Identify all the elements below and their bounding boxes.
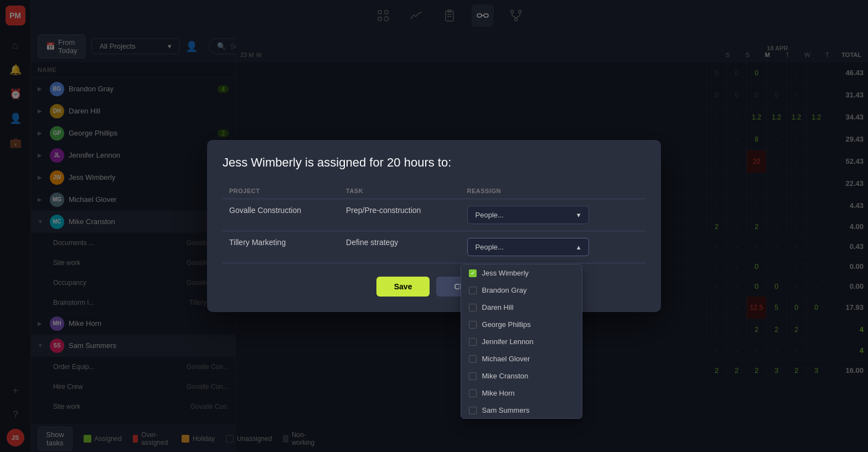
dropdown-item-mike-horn[interactable]: Mike Horn [461, 385, 582, 402]
dropdown-name-daren-hill: Daren Hill [482, 303, 514, 311]
dropdown-name-jennifer-lennon: Jennifer Lennon [482, 337, 534, 346]
dialog-row-tillery: Tillery Marketing Define strategy People… [223, 231, 645, 263]
dialog-table: PROJECT TASK REASSIGN Govalle Constructi… [223, 183, 645, 263]
chevron-down-icon: ▾ [577, 211, 581, 219]
checkbox-mike-cranston [469, 372, 477, 380]
checkbox-george-phillips [469, 321, 477, 329]
save-button[interactable]: Save [376, 277, 430, 297]
col-header-project: PROJECT [223, 183, 339, 199]
checkbox-brandon-gray [469, 287, 477, 294]
dialog-project-tillery: Tillery Marketing [223, 231, 339, 263]
people-dropdown-tillery[interactable]: People... ▴ [467, 238, 589, 256]
dropdown-name-michael-glover: Michael Glover [482, 355, 530, 363]
dialog-title: Jess Wimberly is assigned for 20 hours t… [223, 155, 645, 170]
dialog-task-prep: Prep/Pre-construction [339, 199, 461, 231]
people-dropdown-menu: ✓ Jess Wimberly Brandon Gray Daren Hill [461, 264, 582, 419]
dropdown-item-jess-wimberly[interactable]: ✓ Jess Wimberly [461, 264, 582, 282]
dropdown-name-mike-horn: Mike Horn [482, 389, 515, 397]
dialog-project-govalle: Govalle Construction [223, 199, 339, 231]
people-dropdown-label: People... [476, 211, 504, 219]
col-header-reassign: REASSIGN [461, 183, 645, 199]
dropdown-item-brandon-gray[interactable]: Brandon Gray [461, 282, 582, 299]
dropdown-item-george-phillips[interactable]: George Phillips [461, 316, 582, 333]
dropdown-name-mike-cranston: Mike Cranston [482, 372, 529, 380]
dropdown-item-jennifer-lennon[interactable]: Jennifer Lennon [461, 333, 582, 350]
people-dropdown-label-2: People... [476, 243, 504, 251]
dropdown-item-mike-cranston[interactable]: Mike Cranston [461, 367, 582, 385]
checkbox-daren-hill [469, 304, 477, 311]
dropdown-item-michael-glover[interactable]: Michael Glover [461, 350, 582, 367]
checkbox-michael-glover [469, 355, 477, 363]
checkbox-sam-summers [469, 407, 477, 414]
people-dropdown-govalle[interactable]: People... ▾ [467, 206, 589, 224]
checkbox-mike-horn [469, 389, 477, 397]
checkbox-jess-wimberly: ✓ [469, 269, 477, 277]
dropdown-name-sam-summers: Sam Summers [482, 406, 530, 414]
dropdown-name-jess-wimberly: Jess Wimberly [482, 269, 529, 277]
dialog-overlay[interactable]: Jess Wimberly is assigned for 20 hours t… [0, 0, 868, 452]
dropdown-name-george-phillips: George Phillips [482, 320, 531, 329]
reassign-dialog: Jess Wimberly is assigned for 20 hours t… [207, 140, 661, 312]
dialog-task-define: Define strategy [339, 231, 461, 263]
dropdown-item-sam-summers[interactable]: Sam Summers [461, 402, 582, 419]
col-header-task: TASK [339, 183, 461, 199]
dialog-reassign-tillery: People... ▴ ✓ Jess Wimberly Brandon Gray [461, 231, 645, 263]
chevron-up-icon: ▴ [577, 243, 581, 251]
dialog-row-govalle: Govalle Construction Prep/Pre-constructi… [223, 199, 645, 231]
dialog-reassign-govalle: People... ▾ [461, 199, 645, 231]
dropdown-name-brandon-gray: Brandon Gray [482, 286, 527, 294]
checkbox-jennifer-lennon [469, 338, 477, 346]
dropdown-item-daren-hill[interactable]: Daren Hill [461, 299, 582, 316]
